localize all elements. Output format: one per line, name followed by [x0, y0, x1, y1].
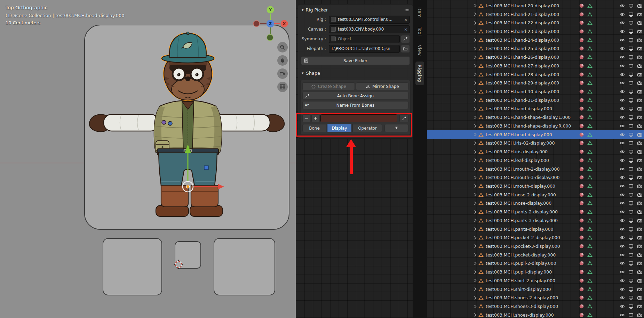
outliner-item-label[interactable]: test003.MCH.shoes-3-display.000: [486, 304, 558, 309]
outliner-row[interactable]: test003.MCH.pupil-2-display.000: [427, 259, 644, 268]
outliner-item-label[interactable]: test003.MCH.shirt-2-display.000: [486, 278, 555, 283]
clear-rig-icon[interactable]: ×: [404, 17, 408, 22]
expand-chevron-icon[interactable]: [473, 270, 478, 275]
expand-chevron-icon[interactable]: [473, 166, 478, 171]
filter-dropdown-button[interactable]: [384, 124, 408, 132]
outliner-item-label[interactable]: test003.MCH.hand-28-display.000: [486, 72, 559, 77]
viewport-disable-toggle[interactable]: [628, 209, 634, 214]
render-disable-toggle[interactable]: [637, 269, 642, 275]
expand-chevron-icon[interactable]: [473, 141, 478, 146]
outliner-row[interactable]: test003.MCH.hand-22-display.000: [427, 18, 644, 27]
tab-operator[interactable]: Operator: [352, 124, 382, 132]
save-picker-button[interactable]: Save Picker: [301, 56, 410, 65]
tab-bone[interactable]: Bone: [302, 124, 326, 132]
hide-eye-toggle[interactable]: [620, 149, 625, 154]
expand-chevron-icon[interactable]: [473, 46, 478, 51]
outliner-item-label[interactable]: test003.MCH.hand-shape-display.R.000: [486, 123, 571, 129]
outliner-item-label[interactable]: test003.MCH.pupil-2-display.000: [486, 261, 556, 266]
viewport-disable-toggle[interactable]: [628, 149, 634, 154]
render-disable-toggle[interactable]: [637, 80, 642, 85]
outliner-row[interactable]: test003.MCH.hand-23-display.000: [427, 27, 644, 36]
expand-chevron-icon[interactable]: [473, 3, 478, 8]
viewport-disable-toggle[interactable]: [628, 89, 634, 94]
outliner-row[interactable]: test003.MCH.shoes-3-display.000: [427, 302, 644, 311]
outliner-row[interactable]: test003.MCH.hand-27-display.000: [427, 62, 644, 70]
hide-eye-toggle[interactable]: [620, 261, 625, 266]
outliner-item-label[interactable]: test003.MCH.nose-display.000: [486, 201, 551, 206]
viewport-disable-toggle[interactable]: [628, 20, 634, 25]
outliner-item-label[interactable]: test003.MCH.hand-25-display.000: [486, 46, 559, 51]
render-disable-toggle[interactable]: [637, 115, 642, 120]
symmetry-eyedropper-button[interactable]: [401, 35, 410, 43]
outliner-row[interactable]: test003.MCH.shoes-display.000: [427, 311, 644, 318]
outliner-item-label[interactable]: test003.MCH.pocket-3-display.000: [486, 244, 560, 249]
viewport-disable-toggle[interactable]: [628, 295, 634, 300]
viewport-disable-toggle[interactable]: [628, 140, 634, 146]
hide-eye-toggle[interactable]: [620, 158, 625, 163]
render-disable-toggle[interactable]: [637, 89, 642, 94]
outliner-item-label[interactable]: test003.MCH.hand-30-display.000: [486, 89, 559, 94]
expand-chevron-icon[interactable]: [473, 312, 478, 317]
viewport-disable-toggle[interactable]: [628, 106, 634, 111]
render-disable-toggle[interactable]: [637, 12, 642, 17]
outliner-item-label[interactable]: test003.MCH.hand-21-display.000: [486, 12, 559, 17]
viewport-disable-toggle[interactable]: [628, 192, 634, 197]
expand-chevron-icon[interactable]: [473, 21, 478, 25]
viewport-disable-toggle[interactable]: [628, 123, 634, 129]
outliner-item-label[interactable]: test003.MCH.pants-3-display.000: [486, 218, 558, 223]
viewport-disable-toggle[interactable]: [628, 287, 634, 292]
viewport-disable-toggle[interactable]: [628, 72, 634, 77]
render-disable-toggle[interactable]: [637, 149, 642, 154]
expand-chevron-icon[interactable]: [473, 201, 478, 206]
viewport-disable-toggle[interactable]: [628, 98, 634, 103]
viewport-disable-toggle[interactable]: [628, 115, 634, 120]
hide-eye-toggle[interactable]: [620, 140, 625, 146]
outliner-item-label[interactable]: test003.MCH.shirt-display.000: [486, 287, 551, 292]
expand-chevron-icon[interactable]: [473, 218, 478, 223]
expand-chevron-icon[interactable]: [473, 81, 478, 85]
render-disable-toggle[interactable]: [637, 227, 642, 232]
outliner-row[interactable]: test003.MCH.shirt-2-display.000: [427, 276, 644, 285]
outliner-row[interactable]: test003.MCH.pants-display.000: [427, 225, 644, 234]
mirror-shape-button[interactable]: Mirror Shape: [356, 82, 408, 90]
expand-chevron-icon[interactable]: [473, 89, 478, 94]
viewport-disable-toggle[interactable]: [628, 38, 634, 43]
outliner-row[interactable]: test003.MCH.hand-shape-display.L.000: [427, 113, 644, 122]
clear-canvas-icon[interactable]: ×: [404, 27, 408, 32]
render-disable-toggle[interactable]: [637, 244, 642, 249]
viewport-disable-toggle[interactable]: [628, 175, 634, 180]
expand-chevron-icon[interactable]: [473, 304, 478, 309]
outliner-row[interactable]: test003.MCH.hand-display.000: [427, 105, 644, 113]
hide-eye-toggle[interactable]: [620, 175, 625, 180]
outliner-item-label[interactable]: test003.MCH.iris-02-display.000: [486, 140, 555, 146]
outliner-row[interactable]: test003.MCH.pocket-display.000: [427, 251, 644, 259]
outliner-item-label[interactable]: test003.MCH.iris-display.000: [486, 149, 548, 154]
outliner-item-label[interactable]: test003.MCH.hand-26-display.000: [486, 55, 559, 60]
expand-chevron-icon[interactable]: [473, 192, 478, 197]
outliner-row[interactable]: test003.MCH.hand-25-display.000: [427, 44, 644, 53]
viewport-disable-toggle[interactable]: [628, 235, 634, 240]
hide-eye-toggle[interactable]: [620, 72, 625, 77]
sidebar-tab-view[interactable]: View: [415, 42, 424, 59]
hide-eye-toggle[interactable]: [620, 252, 625, 258]
render-disable-toggle[interactable]: [637, 166, 642, 172]
collapse-chevron-icon[interactable]: ▾: [302, 8, 304, 12]
hide-eye-toggle[interactable]: [620, 166, 625, 172]
viewport-disable-toggle[interactable]: [628, 12, 634, 17]
viewport-disable-toggle[interactable]: [628, 63, 634, 68]
expand-chevron-icon[interactable]: [473, 98, 478, 103]
render-disable-toggle[interactable]: [637, 106, 642, 111]
viewport-disable-toggle[interactable]: [628, 261, 634, 266]
hide-eye-toggle[interactable]: [620, 106, 625, 111]
outliner-row[interactable]: test003.MCH.pocket-2-display.000: [427, 233, 644, 242]
render-disable-toggle[interactable]: [637, 98, 642, 103]
expand-chevron-icon[interactable]: [473, 115, 478, 120]
outliner-row[interactable]: test003.MCH.hand-shape-display.R.000: [427, 122, 644, 130]
expand-chevron-icon[interactable]: [473, 261, 478, 266]
render-disable-toggle[interactable]: [637, 252, 642, 258]
hide-eye-toggle[interactable]: [620, 123, 625, 129]
render-disable-toggle[interactable]: [637, 218, 642, 223]
expand-chevron-icon[interactable]: [473, 252, 478, 257]
expand-chevron-icon[interactable]: [473, 29, 478, 34]
outliner-item-label[interactable]: test003.MCH.hand-29-display.000: [486, 80, 559, 85]
